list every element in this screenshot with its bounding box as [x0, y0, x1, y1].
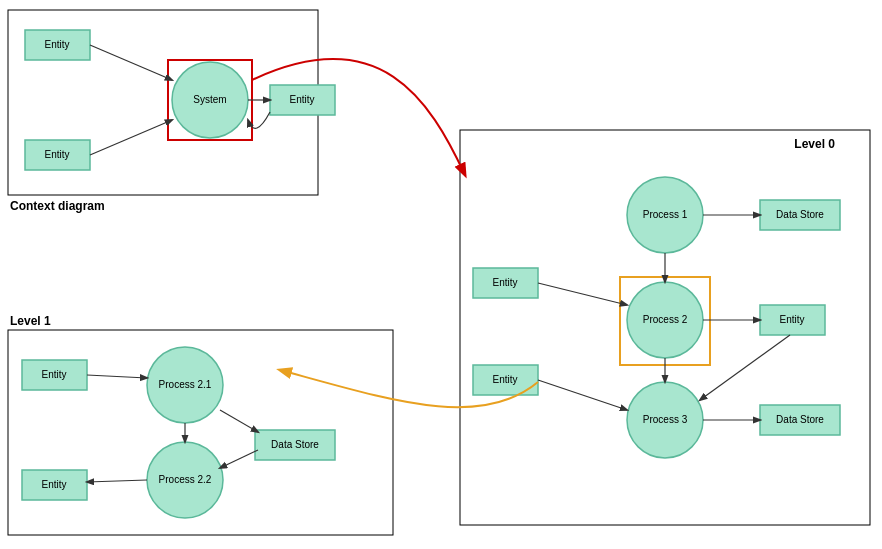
level0-entity-1-label: Entity: [492, 277, 517, 288]
context-entity-1-label: Entity: [44, 39, 69, 50]
level1-entity-1-label: Entity: [41, 369, 66, 380]
l1-arrow-4: [220, 450, 258, 468]
ctx-arrow-2: [90, 120, 172, 155]
level0-entity-3-label: Entity: [492, 374, 517, 385]
context-diagram-title: Context diagram: [10, 199, 105, 213]
level1-datastore-label: Data Store: [271, 439, 319, 450]
l0-arrow-8: [700, 335, 790, 400]
context-entity-3-label: Entity: [289, 94, 314, 105]
context-entity-2-label: Entity: [44, 149, 69, 160]
l0-arrow-2: [538, 283, 627, 305]
ctx-arrow-1: [90, 45, 172, 80]
red-curve-arrow: [252, 59, 465, 175]
l0-arrow-6: [538, 380, 627, 410]
level1-process22-label: Process 2.2: [159, 474, 212, 485]
diagram-container: Entity Entity System Entity Context diag…: [0, 0, 882, 549]
context-system-label: System: [193, 94, 226, 105]
level1-title: Level 1: [10, 314, 51, 328]
level0-datastore-1-label: Data Store: [776, 209, 824, 220]
level0-title: Level 0: [794, 137, 835, 151]
level0-process2-label: Process 2: [643, 314, 688, 325]
level0-datastore-2-label: Data Store: [776, 414, 824, 425]
l1-arrow-1: [87, 375, 147, 378]
level0-process1-label: Process 1: [643, 209, 688, 220]
l1-arrow-3: [220, 410, 258, 432]
l1-arrow-5: [87, 480, 147, 482]
level0-entity-2-label: Entity: [779, 314, 804, 325]
level1-process21-label: Process 2.1: [159, 379, 212, 390]
level0-process3-label: Process 3: [643, 414, 688, 425]
level1-entity-2-label: Entity: [41, 479, 66, 490]
